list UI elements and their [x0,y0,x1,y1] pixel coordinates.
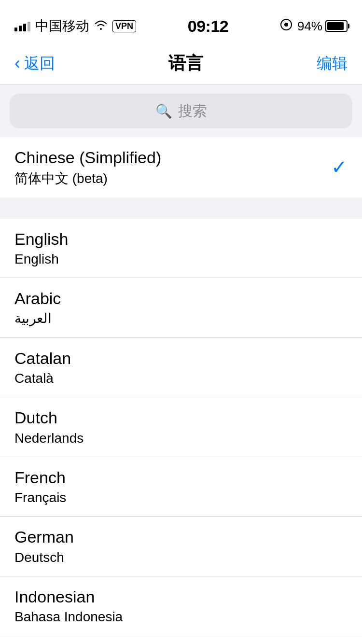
language-name: French [14,467,348,488]
language-list: EnglishEnglishArabicالعربيةCatalanCatalà… [0,219,362,644]
battery-fill [327,22,344,30]
signal-icon [14,21,30,31]
selected-language-name: Chinese (Simplified) [14,147,161,168]
checkmark-icon: ✓ [331,156,348,178]
search-icon: 🔍 [155,103,172,119]
chevron-left-icon: ‹ [14,55,20,72]
language-native: Français [14,489,348,506]
language-name: Catalan [14,348,348,369]
language-native: Català [14,370,348,387]
selected-language-info: Chinese (Simplified) 简体中文 (beta) [14,147,161,188]
selected-language-item[interactable]: Chinese (Simplified) 简体中文 (beta) ✓ [0,137,362,197]
language-name: German [14,526,348,547]
search-bar[interactable]: 🔍 搜索 [10,94,352,128]
language-name: Arabic [14,288,348,309]
list-item[interactable]: EnglishEnglish [0,219,362,279]
status-left: 中国移动 VPN [14,17,136,35]
language-native: العربية [14,310,348,327]
section-divider [0,197,362,219]
language-name: Indonesian [14,586,348,607]
language-native: Deutsch [14,549,348,566]
selected-language-section: Chinese (Simplified) 简体中文 (beta) ✓ [0,137,362,197]
status-bar: 中国移动 VPN 09:12 94% [0,0,362,42]
language-native: English [14,251,348,268]
location-icon [280,18,292,34]
status-right: 94% [280,18,348,34]
list-item[interactable]: IndonesianBahasa Indonesia [0,576,362,636]
language-native: Bahasa Indonesia [14,608,348,626]
list-item[interactable]: DutchNederlands [0,397,362,457]
wifi-icon [94,19,108,34]
list-item[interactable]: ItalianItaliano [0,636,362,644]
list-item[interactable]: CatalanCatalà [0,338,362,398]
list-item[interactable]: GermanDeutsch [0,517,362,576]
search-container: 🔍 搜索 [0,85,362,137]
list-item[interactable]: Arabicالعربية [0,278,362,338]
page-title: 语言 [168,52,203,75]
nav-bar: ‹ 返回 语言 编辑 [0,42,362,85]
battery-container: 94% [297,19,348,34]
battery-percent: 94% [297,19,322,34]
language-name: English [14,228,348,250]
search-placeholder: 搜索 [178,101,207,121]
carrier-text: 中国移动 [35,17,89,35]
vpn-badge: VPN [112,20,136,32]
language-name: Dutch [14,407,348,428]
battery-icon [325,20,348,32]
selected-language-native: 简体中文 (beta) [14,170,161,187]
list-item[interactable]: FrenchFrançais [0,457,362,517]
svg-point-1 [284,23,288,27]
back-button[interactable]: ‹ 返回 [14,53,55,74]
back-label: 返回 [24,53,55,74]
language-native: Nederlands [14,430,348,447]
status-time: 09:12 [188,17,228,36]
edit-button[interactable]: 编辑 [317,53,348,74]
